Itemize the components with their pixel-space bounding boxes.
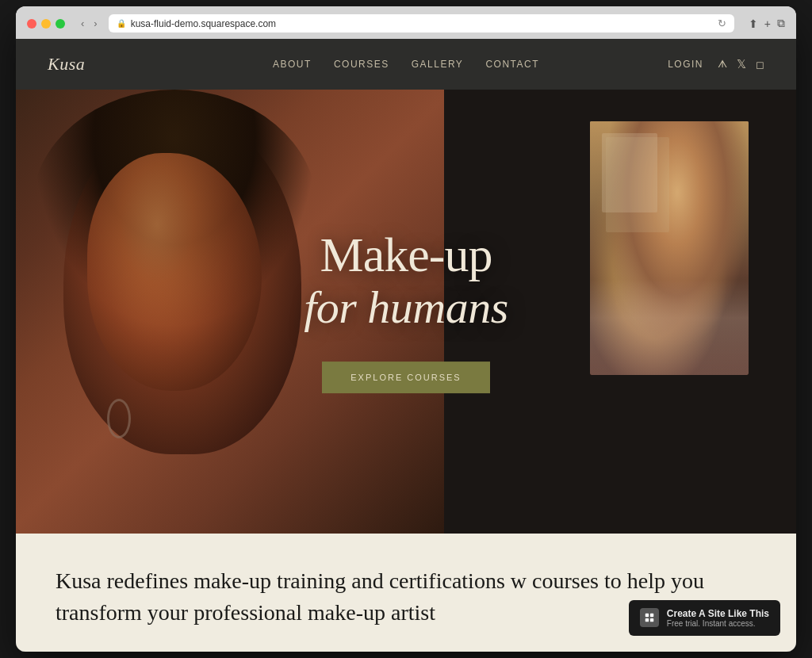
- explore-courses-button[interactable]: EXPLORE COURSES: [322, 362, 489, 393]
- bottom-section: Kusa redefines make-up training and cert…: [16, 534, 796, 651]
- browser-window: ‹ › 🔒 kusa-fluid-demo.squarespace.com ↻ …: [16, 6, 796, 651]
- twitter-icon[interactable]: 𝕏: [737, 57, 746, 71]
- instagram-icon[interactable]: ◻: [756, 59, 764, 71]
- close-button[interactable]: [27, 19, 36, 29]
- hero-title-line1: Make-up: [263, 230, 549, 279]
- window-light: [602, 133, 657, 212]
- share-button[interactable]: ⬆: [749, 17, 758, 30]
- nav-right: LOGIN ᗑ 𝕏 ◻: [539, 57, 764, 71]
- forward-button[interactable]: ›: [90, 17, 100, 30]
- hero-content: Make-up for humans EXPLORE COURSES: [263, 230, 549, 393]
- address-bar[interactable]: 🔒 kusa-fluid-demo.squarespace.com ↻: [109, 14, 734, 33]
- hero-section: Make-up for humans EXPLORE COURSES: [16, 90, 796, 534]
- earring-detail: [107, 399, 131, 438]
- bottom-text-content: Kusa redefines make-up training and cert…: [56, 568, 704, 624]
- site-logo[interactable]: Kusa: [48, 54, 273, 75]
- nav-contact[interactable]: CONTACT: [485, 59, 539, 70]
- url-text: kusa-fluid-demo.squarespace.com: [131, 18, 276, 29]
- hero-secondary-image: [590, 121, 749, 375]
- browser-controls: ‹ ›: [78, 17, 101, 30]
- tabs-button[interactable]: ⧉: [777, 17, 785, 30]
- new-tab-button[interactable]: +: [764, 17, 771, 30]
- robe-detail: [590, 280, 749, 375]
- social-icons: ᗑ 𝕏 ◻: [718, 57, 764, 71]
- svg-rect-2: [645, 618, 649, 622]
- back-button[interactable]: ‹: [78, 17, 87, 30]
- traffic-lights: [27, 19, 65, 29]
- nav-courses[interactable]: COURSES: [334, 59, 389, 70]
- login-link[interactable]: LOGIN: [668, 59, 703, 70]
- svg-rect-0: [645, 614, 649, 617]
- badge-sub-text: Free trial. Instant access.: [667, 619, 769, 628]
- maximize-button[interactable]: [56, 19, 65, 29]
- website-content: Kusa ABOUT COURSES GALLERY CONTACT LOGIN…: [16, 39, 796, 651]
- hero-title-line2: for humans: [263, 282, 549, 333]
- navigation: Kusa ABOUT COURSES GALLERY CONTACT LOGIN…: [16, 39, 796, 90]
- refresh-icon[interactable]: ↻: [718, 17, 726, 29]
- squarespace-badge[interactable]: Create A Site Like This Free trial. Inst…: [629, 600, 780, 636]
- svg-rect-3: [650, 618, 653, 622]
- nav-about[interactable]: ABOUT: [273, 59, 312, 70]
- browser-actions: ⬆ + ⧉: [749, 17, 785, 30]
- nav-links: ABOUT COURSES GALLERY CONTACT: [273, 59, 539, 70]
- squarespace-logo-icon: [640, 608, 659, 627]
- browser-chrome: ‹ › 🔒 kusa-fluid-demo.squarespace.com ↻ …: [16, 6, 796, 39]
- svg-rect-1: [650, 614, 653, 617]
- minimize-button[interactable]: [41, 19, 51, 29]
- badge-main-text: Create A Site Like This: [667, 608, 769, 619]
- tiktok-icon[interactable]: ᗑ: [718, 58, 727, 71]
- badge-text-container: Create A Site Like This Free trial. Inst…: [667, 608, 769, 628]
- nav-gallery[interactable]: GALLERY: [412, 59, 464, 70]
- lock-icon: 🔒: [117, 19, 126, 28]
